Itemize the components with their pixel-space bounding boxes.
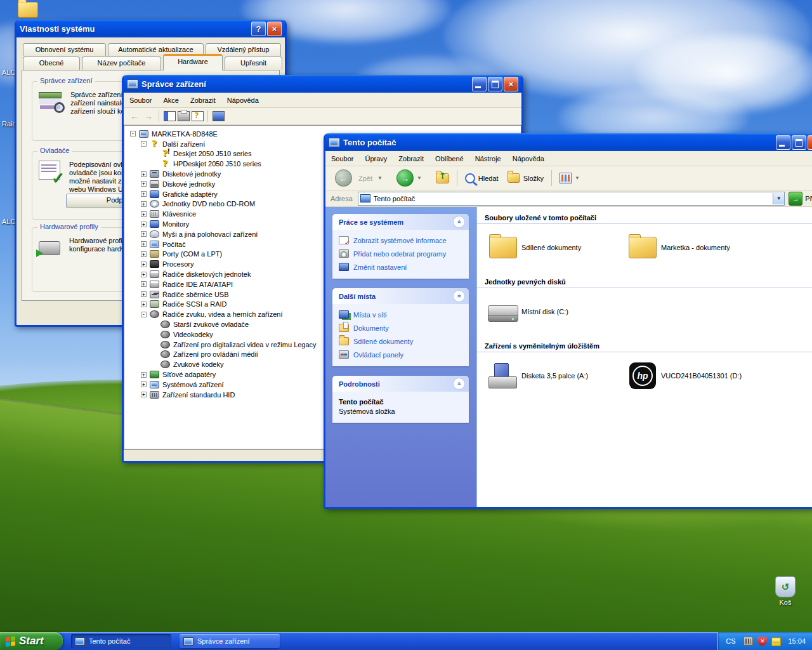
device-manager-titlebar[interactable]: Správce zařízení × — [124, 75, 521, 93]
forward-button[interactable]: → ▼ — [392, 169, 431, 188]
expand-toggle[interactable]: - — [141, 312, 147, 317]
expand-toggle[interactable]: + — [141, 281, 147, 287]
collapse-chevron-icon[interactable]: » — [453, 290, 465, 302]
menu-item[interactable]: Nápověda — [221, 94, 265, 107]
place-link[interactable]: Ovládací panely — [339, 350, 464, 359]
device-label: MARKETKA-8D848E — [152, 130, 218, 138]
help-button[interactable]: ? — [251, 22, 266, 36]
expand-toggle[interactable]: + — [141, 181, 147, 187]
item-label: Marketka - dokumenty — [661, 244, 730, 251]
menu-item[interactable]: Nápověda — [507, 152, 550, 165]
tab[interactable]: Hardware — [163, 54, 223, 70]
expand-toggle[interactable]: + — [141, 251, 147, 257]
expand-toggle[interactable]: + — [141, 291, 147, 297]
expand-toggle[interactable]: - — [141, 141, 147, 147]
expand-toggle[interactable]: + — [141, 381, 147, 387]
minimize-button[interactable] — [472, 77, 487, 91]
drive-item[interactable]: Místní disk (C:) — [487, 296, 627, 328]
removable-drive-item[interactable]: hp VUCD241B04051301 (D:) — [627, 360, 766, 392]
menu-item[interactable]: Úpravy — [359, 152, 393, 165]
place-link[interactable]: Sdílené dokumenty — [339, 337, 464, 345]
place-link[interactable]: Místa v síti — [339, 310, 464, 319]
collapse-chevron-icon[interactable]: » — [453, 216, 465, 228]
tab[interactable]: Obnovení systému — [23, 43, 106, 56]
recycle-bin[interactable]: ↺ Koš — [765, 576, 806, 606]
menu-item[interactable]: Soubor — [325, 152, 359, 165]
place-link[interactable]: Dokumenty — [339, 324, 464, 332]
desktop-folder-icon[interactable] — [18, 2, 38, 18]
expand-toggle[interactable]: - — [130, 131, 136, 136]
menu-item[interactable]: Zobrazit — [185, 94, 221, 107]
views-dropdown-icon[interactable]: ▼ — [575, 175, 580, 181]
updates-icon[interactable] — [771, 637, 781, 646]
device-label: Zařízení pro digitalizaci videa v režimu… — [173, 341, 317, 348]
expand-toggle[interactable]: + — [141, 211, 147, 217]
help-properties-button[interactable] — [190, 110, 204, 123]
desktop-icon-label[interactable]: ALC — [2, 69, 15, 76]
security-alert-icon[interactable]: ✕ — [757, 637, 767, 646]
expand-toggle[interactable]: + — [141, 201, 147, 207]
language-indicator[interactable]: CS — [726, 637, 735, 645]
start-button[interactable]: Start — [0, 632, 63, 650]
search-button[interactable]: Hledat — [461, 169, 503, 188]
volume-mixer-icon[interactable] — [743, 637, 753, 646]
expand-toggle[interactable]: + — [141, 191, 147, 197]
back-dropdown-icon[interactable]: ▼ — [377, 175, 383, 181]
views-button[interactable]: ▼ — [555, 169, 589, 188]
menu-item[interactable]: Akce — [157, 94, 184, 107]
device-label: Myši a jiná polohovací zařízení — [162, 230, 258, 238]
folders-button[interactable]: Složky — [503, 169, 548, 188]
tab[interactable]: Název počítače — [82, 56, 161, 70]
close-button[interactable]: × — [267, 22, 282, 36]
task-link[interactable]: Zobrazit systémové informace — [339, 236, 464, 244]
maximize-button[interactable] — [488, 77, 502, 91]
taskbar-window-button[interactable]: Správce zařízení — [180, 634, 280, 648]
expand-toggle[interactable]: + — [141, 222, 147, 227]
scan-hardware-button[interactable] — [211, 110, 225, 123]
tab-row-front: ObecnéNázev počítačeHardwareUpřesnit — [23, 56, 282, 70]
folder-item[interactable]: Sdílené dokumenty — [487, 232, 627, 263]
expand-toggle[interactable]: + — [141, 272, 147, 277]
tab[interactable]: Obecné — [23, 56, 80, 70]
my-computer-titlebar[interactable]: Tento počítač × — [325, 133, 812, 151]
removable-drive-item[interactable]: Disketa 3,5 palce (A:) — [487, 360, 627, 392]
panel-header[interactable]: Podrobnosti » — [332, 376, 469, 392]
show-console-tree-button[interactable] — [162, 110, 176, 123]
taskbar-window-button[interactable]: Tento počítač — [71, 634, 171, 648]
maximize-button[interactable] — [792, 135, 806, 150]
task-link[interactable]: Změnit nastavení — [339, 263, 464, 271]
recycle-bin-icon[interactable]: ↺ — [775, 576, 796, 597]
task-link[interactable]: Přidat nebo odebrat programy — [339, 249, 464, 258]
panel-header[interactable]: Další místa » — [332, 288, 469, 304]
expand-toggle[interactable]: + — [141, 241, 147, 247]
forward-button[interactable]: → — [141, 110, 155, 123]
close-button[interactable]: × — [504, 77, 518, 91]
expand-toggle[interactable]: + — [141, 392, 147, 397]
menu-item[interactable]: Oblíbené — [429, 152, 469, 165]
close-button[interactable]: × — [808, 135, 812, 150]
tab[interactable]: Upřesnit — [225, 56, 282, 70]
menu-item[interactable]: Soubor — [124, 94, 157, 107]
expand-toggle[interactable]: + — [141, 372, 147, 378]
desktop-icon-label[interactable]: ALC — [2, 218, 15, 225]
menu-item[interactable]: Nástroje — [469, 152, 507, 165]
expand-toggle[interactable]: + — [141, 262, 147, 267]
panel-header[interactable]: Práce se systémem » — [332, 214, 469, 230]
expand-toggle[interactable]: + — [141, 302, 147, 307]
expand-toggle[interactable]: + — [141, 231, 147, 237]
system-properties-titlebar[interactable]: Vlastnosti systému ? × — [16, 20, 285, 37]
collapse-chevron-icon[interactable]: » — [453, 378, 465, 390]
clock[interactable]: 15:04 — [788, 637, 806, 645]
back-button[interactable]: ← Zpět ▼ — [331, 169, 392, 188]
forward-dropdown-icon[interactable]: ▼ — [417, 175, 422, 181]
up-button[interactable] — [431, 169, 454, 188]
minimize-button[interactable] — [776, 135, 790, 150]
print-button[interactable] — [176, 110, 190, 123]
go-button[interactable]: → — [789, 192, 802, 206]
expand-toggle[interactable]: + — [141, 171, 147, 177]
folder-item[interactable]: Marketka - dokumenty — [627, 232, 766, 263]
back-button[interactable]: ← — [128, 110, 141, 123]
address-combo[interactable]: Tento počítač ▼ — [358, 192, 785, 206]
menu-item[interactable]: Zobrazit — [393, 152, 429, 165]
address-dropdown-icon[interactable]: ▼ — [773, 193, 784, 204]
